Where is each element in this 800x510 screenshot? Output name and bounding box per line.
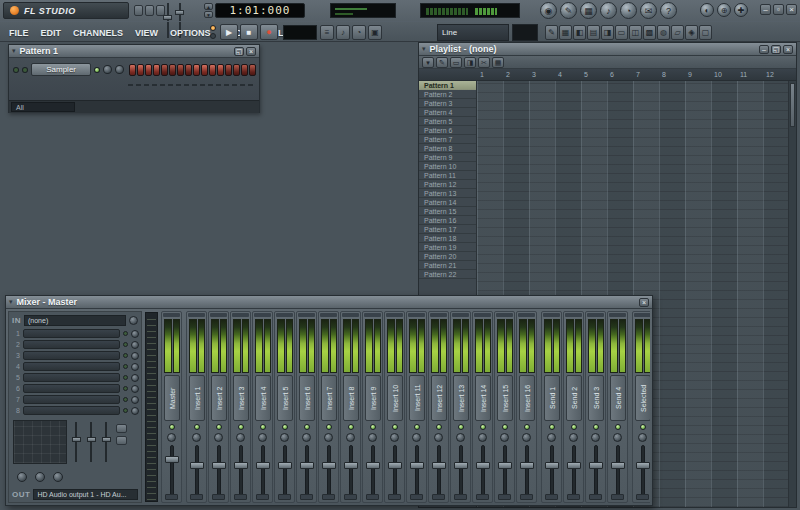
menu-item[interactable]: OPTIONS [164,28,217,38]
step-grid[interactable] [129,64,256,76]
fader-handle[interactable] [234,462,248,469]
strip-name-plate[interactable]: Insert 13 [453,375,469,421]
strip-pan-knob[interactable] [390,433,399,442]
channel-mute-led[interactable] [94,67,100,73]
play-button[interactable]: ▶ [220,24,238,40]
stop-button[interactable]: ■ [240,24,258,40]
toolbar-toggle-button[interactable] [145,5,154,16]
strip-volume-fader[interactable] [459,445,463,497]
fx-slot-button[interactable] [23,329,120,338]
quick-tool-button[interactable]: ▭ [615,25,628,40]
fx-enable-led[interactable] [123,331,128,336]
fx-mix-knob[interactable] [131,341,139,349]
fader-handle[interactable] [545,462,559,469]
strip-name-plate[interactable]: Insert 9 [365,375,381,421]
mixer-strip[interactable]: Insert 8 [340,311,361,503]
quick-tool-button[interactable]: ◈ [685,25,698,40]
fx-mix-knob[interactable] [131,363,139,371]
fx-mix-knob[interactable] [131,396,139,404]
corner-button[interactable]: ✚ [734,3,748,17]
fx-mix-knob[interactable] [131,407,139,415]
pattern-row[interactable]: Pattern 13 [419,189,476,198]
strip-mute-led[interactable] [436,424,442,430]
pattern-row[interactable]: Pattern 9 [419,153,476,162]
strip-name-plate[interactable]: Selected [635,375,650,421]
strip-mute-led[interactable] [348,424,354,430]
menu-item[interactable]: EDIT [35,28,68,38]
fx-mix-knob[interactable] [131,330,139,338]
pattern-row[interactable]: Pattern 7 [419,135,476,144]
strip-volume-fader[interactable] [594,445,598,497]
strip-mute-led[interactable] [260,424,266,430]
shortcut-button[interactable]: ◔ [620,2,637,19]
step-button[interactable] [233,64,240,76]
strip-pan-knob[interactable] [214,433,223,442]
strip-pan-knob[interactable] [324,433,333,442]
mixer-strip[interactable]: Send 4 [607,311,628,503]
quick-tool-button[interactable]: ▩ [643,25,656,40]
step-button[interactable] [249,64,256,76]
strip-mute-led[interactable] [458,424,464,430]
quick-tool-button[interactable]: ▤ [587,25,600,40]
pattern-row[interactable]: Pattern 16 [419,216,476,225]
quick-tool-button[interactable]: ◍ [657,25,670,40]
stereo-separation-knob[interactable] [17,472,27,482]
channel-volume-knob[interactable] [115,65,124,74]
strip-link-button[interactable] [476,494,489,500]
fx-enable-led[interactable] [123,342,128,347]
strip-pan-knob[interactable] [368,433,377,442]
fx-enable-led[interactable] [123,364,128,369]
playlist-tool-button[interactable]: ✂ [478,57,490,68]
strip-volume-fader[interactable] [437,445,441,497]
fader-handle[interactable] [567,462,581,469]
rack-close-icon[interactable]: × [246,47,256,56]
strip-link-button[interactable] [234,494,247,500]
playlist-tool-button[interactable]: ▦ [492,57,504,68]
strip-link-button[interactable] [454,494,467,500]
strip-mute-led[interactable] [414,424,420,430]
fader-handle[interactable] [454,462,468,469]
strip-volume-fader[interactable] [415,445,419,497]
strip-pan-knob[interactable] [456,433,465,442]
shortcut-button[interactable]: ? [660,2,677,19]
strip-mute-led[interactable] [640,424,646,430]
strip-pan-knob[interactable] [569,433,578,442]
mixer-strip[interactable]: Insert 7 [318,311,339,503]
channel-button[interactable]: Sampler [31,63,92,76]
fx-slot-button[interactable] [23,362,120,371]
pattern-row[interactable]: Pattern 8 [419,144,476,153]
strip-link-button[interactable] [165,494,178,500]
mixer-strip[interactable]: Master [161,311,182,503]
playlist-tool-button[interactable]: ▭ [450,57,462,68]
fx-enable-led[interactable] [123,397,128,402]
corner-button[interactable]: ⊕ [717,3,731,17]
strip-volume-fader[interactable] [195,445,199,497]
strip-pan-knob[interactable] [258,433,267,442]
strip-link-button[interactable] [388,494,401,500]
strip-pan-knob[interactable] [346,433,355,442]
strip-mute-led[interactable] [392,424,398,430]
strip-mute-led[interactable] [169,424,175,430]
quick-tool-button[interactable]: ◔ [352,25,366,40]
pattern-row[interactable]: Pattern 4 [419,108,476,117]
strip-mute-led[interactable] [571,424,577,430]
fx-slot-button[interactable] [23,373,120,382]
strip-pan-knob[interactable] [412,433,421,442]
pattern-row[interactable]: Pattern 2 [419,90,476,99]
corner-button[interactable]: ◐ [700,3,714,17]
strip-volume-fader[interactable] [641,445,645,497]
eq-low-fader[interactable] [71,420,82,464]
fader-handle[interactable] [190,462,204,469]
strip-name-plate[interactable]: Send 1 [544,375,560,421]
quick-tool-button[interactable]: ▱ [671,25,684,40]
step-button[interactable] [145,64,152,76]
strip-link-button[interactable] [278,494,291,500]
strip-pan-knob[interactable] [500,433,509,442]
strip-mute-led[interactable] [524,424,530,430]
strip-mute-led[interactable] [549,424,555,430]
mixer-strip[interactable]: Selected [632,311,650,503]
mixer-menu-icon[interactable]: ▾ [9,296,13,308]
mixer-strip[interactable]: Send 1 [541,311,562,503]
fx-enable-led[interactable] [123,386,128,391]
strip-volume-fader[interactable] [327,445,331,497]
